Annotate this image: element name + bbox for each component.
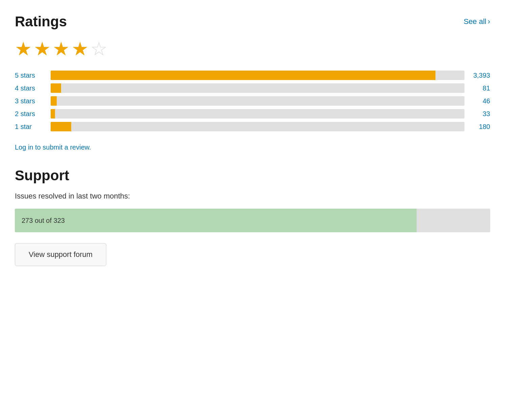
bar-track-5 bbox=[51, 71, 464, 80]
bar-fill-1 bbox=[51, 122, 71, 131]
bar-fill-2 bbox=[51, 109, 55, 119]
bar-track-3 bbox=[51, 96, 464, 106]
issues-resolved-text: Issues resolved in last two months: bbox=[15, 192, 490, 201]
support-title: Support bbox=[15, 167, 490, 184]
star-4: ★ bbox=[72, 38, 88, 60]
bar-track-2 bbox=[51, 109, 464, 119]
rating-row-2: 2 stars 33 bbox=[15, 109, 490, 119]
support-bar-fill: 273 out of 323 bbox=[15, 209, 417, 232]
rating-row-4: 4 stars 81 bbox=[15, 83, 490, 93]
rating-row-3: 3 stars 46 bbox=[15, 96, 490, 106]
bar-fill-4 bbox=[51, 83, 61, 93]
ratings-bars: 5 stars 3,393 4 stars 81 3 stars 46 2 st… bbox=[15, 71, 490, 131]
see-all-label: See all bbox=[463, 17, 486, 26]
rating-label-5: 5 stars bbox=[15, 72, 45, 79]
rating-count-4: 81 bbox=[470, 84, 490, 92]
rating-label-1: 1 star bbox=[15, 123, 45, 131]
ratings-section: Ratings See all › ★ ★ ★ ★ ☆ 5 stars 3,39… bbox=[15, 14, 490, 151]
rating-count-1: 180 bbox=[470, 123, 490, 131]
log-in-link[interactable]: Log in to submit a review. bbox=[15, 143, 490, 151]
bar-fill-5 bbox=[51, 71, 435, 80]
chevron-right-icon: › bbox=[488, 17, 490, 26]
view-support-forum-button[interactable]: View support forum bbox=[15, 243, 106, 266]
see-all-link[interactable]: See all › bbox=[463, 17, 490, 26]
ratings-title: Ratings bbox=[15, 14, 67, 30]
rating-label-3: 3 stars bbox=[15, 97, 45, 105]
rating-count-5: 3,393 bbox=[470, 72, 490, 79]
rating-count-2: 33 bbox=[470, 110, 490, 118]
star-2: ★ bbox=[34, 38, 51, 60]
rating-label-2: 2 stars bbox=[15, 110, 45, 118]
stars-display: ★ ★ ★ ★ ☆ bbox=[15, 38, 490, 60]
support-bar-text: 273 out of 323 bbox=[22, 217, 65, 225]
rating-count-3: 46 bbox=[470, 97, 490, 105]
bar-track-4 bbox=[51, 83, 464, 93]
star-3: ★ bbox=[53, 38, 70, 60]
bar-fill-3 bbox=[51, 96, 57, 106]
bar-track-1 bbox=[51, 122, 464, 131]
star-5-empty: ☆ bbox=[90, 38, 107, 60]
star-1: ★ bbox=[15, 38, 32, 60]
support-bar-container: 273 out of 323 bbox=[15, 209, 490, 232]
rating-row-5: 5 stars 3,393 bbox=[15, 71, 490, 80]
rating-row-1: 1 star 180 bbox=[15, 122, 490, 131]
ratings-header: Ratings See all › bbox=[15, 14, 490, 30]
support-section: Support Issues resolved in last two mont… bbox=[15, 167, 490, 266]
rating-label-4: 4 stars bbox=[15, 84, 45, 92]
